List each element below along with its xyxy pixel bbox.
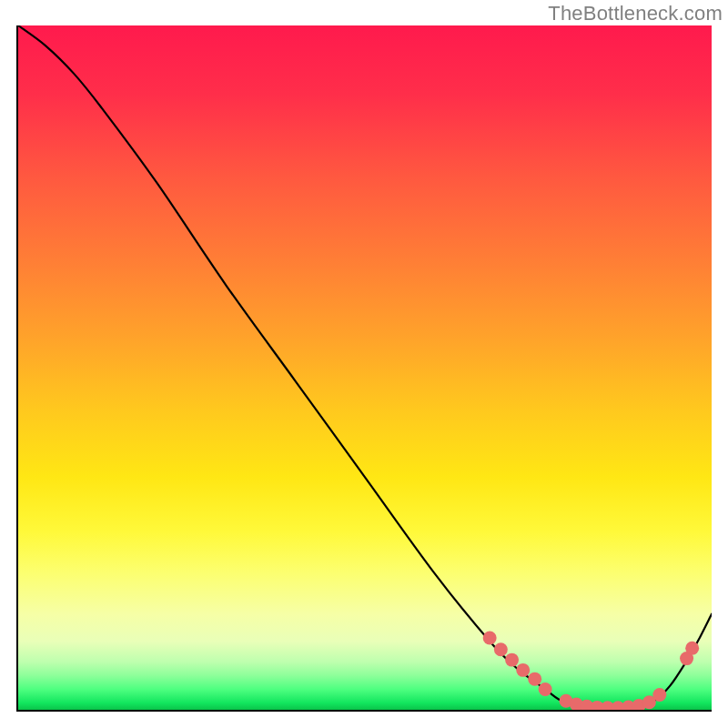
curve-marker bbox=[516, 663, 530, 677]
bottleneck-curve bbox=[18, 25, 712, 709]
curve-markers bbox=[483, 632, 699, 712]
curve-marker bbox=[539, 682, 552, 696]
curve-marker bbox=[652, 688, 666, 702]
chart-svg bbox=[18, 25, 712, 710]
curve-marker bbox=[483, 632, 497, 645]
curve-marker bbox=[528, 672, 541, 686]
curve-marker bbox=[494, 642, 508, 656]
watermark-text: TheBottleneck.com bbox=[548, 2, 723, 25]
curve-marker bbox=[505, 653, 519, 667]
chart-container: TheBottleneck.com bbox=[0, 0, 728, 728]
plot-area bbox=[16, 25, 712, 712]
curve-marker bbox=[685, 642, 699, 655]
